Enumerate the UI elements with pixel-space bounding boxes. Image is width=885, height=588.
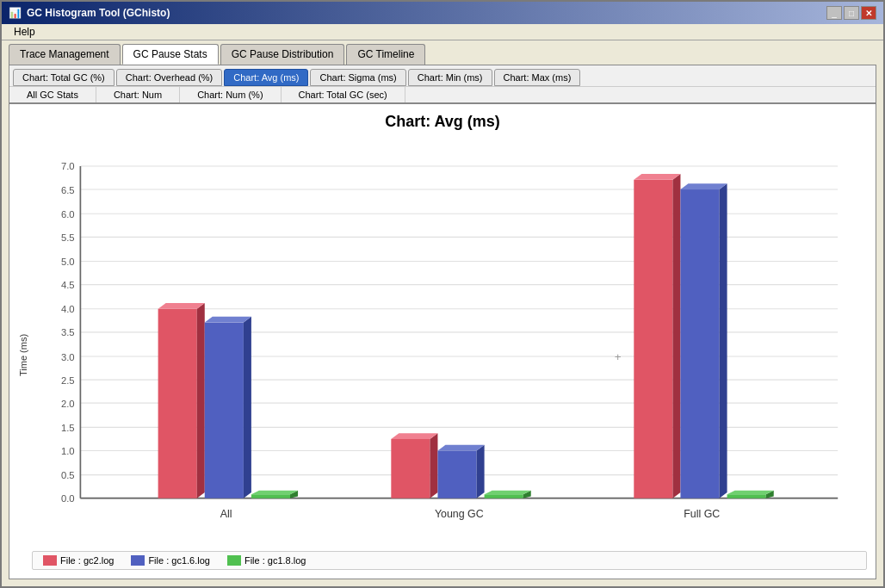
bar-all-gc18-top [251, 491, 298, 495]
main-window: 📊 GC Histogram Tool (GChisto) _ □ ✕ Help… [0, 0, 885, 588]
subtab-max-ms[interactable]: Chart: Max (ms) [494, 69, 581, 86]
main-tabs: Trace Management GC Pause Stats GC Pause… [2, 40, 883, 65]
bar-young-gc2-side [430, 433, 437, 498]
help-menu[interactable]: Help [9, 24, 40, 40]
window-icon: 📊 [9, 7, 22, 19]
bar-full-gc18 [727, 494, 766, 498]
subtab2-chart-total-gc-sec[interactable]: Chart: Total GC (sec) [282, 87, 405, 102]
bar-all-gc2-top [158, 303, 205, 309]
content-area: Chart: Total GC (%) Chart: Overhead (%) … [9, 65, 876, 579]
legend-label-gc18: File : gc1.8.log [244, 555, 306, 566]
bar-all-gc18 [251, 494, 290, 498]
bar-young-gc18-top [485, 491, 531, 495]
chart-container: Chart: Avg (ms) Time (ms) [9, 104, 876, 579]
svg-text:7.0: 7.0 [61, 161, 75, 171]
x-label-all: All [220, 508, 232, 520]
bar-young-gc16-top [437, 445, 484, 451]
subtab-total-gc-pct[interactable]: Chart: Total GC (%) [13, 69, 114, 86]
x-label-young-gc: Young GC [435, 508, 484, 520]
svg-text:6.5: 6.5 [61, 185, 75, 195]
subtab-overhead-pct[interactable]: Chart: Overhead (%) [116, 69, 222, 86]
legend-color-gc2 [43, 555, 57, 566]
svg-text:4.0: 4.0 [61, 304, 75, 314]
bar-all-gc16 [205, 323, 244, 498]
svg-text:3.5: 3.5 [61, 327, 75, 337]
menu-bar: Help [2, 24, 883, 40]
tab-trace-management[interactable]: Trace Management [9, 44, 121, 65]
bar-young-gc18 [485, 494, 523, 498]
title-bar: 📊 GC Histogram Tool (GChisto) _ □ ✕ [2, 2, 883, 24]
legend-label-gc2: File : gc2.log [60, 555, 114, 566]
bar-young-gc16-side [477, 445, 485, 498]
bar-all-gc16-side [244, 317, 251, 498]
tab-gc-pause-distribution[interactable]: GC Pause Distribution [220, 44, 345, 65]
chart-title: Chart: Avg (ms) [385, 113, 500, 131]
bar-young-gc2-top [391, 433, 437, 439]
sub-tabs-row2: All GC Stats Chart: Num Chart: Num (%) C… [9, 87, 876, 104]
cursor-pos: + [615, 350, 622, 363]
svg-text:1.0: 1.0 [61, 446, 75, 456]
svg-text:0.0: 0.0 [61, 493, 75, 504]
svg-text:0.5: 0.5 [61, 470, 75, 480]
legend-color-gc16 [131, 555, 145, 566]
bar-young-gc16 [437, 450, 476, 498]
svg-text:1.5: 1.5 [61, 423, 75, 433]
title-bar-left: 📊 GC Histogram Tool (GChisto) [9, 7, 170, 19]
bar-full-gc2-side [672, 174, 680, 498]
subtab-avg-ms[interactable]: Chart: Avg (ms) [224, 69, 308, 86]
maximize-button[interactable]: □ [844, 6, 859, 20]
svg-text:5.0: 5.0 [61, 257, 75, 267]
bar-full-gc18-top [727, 491, 774, 495]
subtab2-all-gc-stats[interactable]: All GC Stats [9, 87, 96, 102]
window-title: GC Histogram Tool (GChisto) [27, 7, 170, 19]
legend-label-gc16: File : gc1.6.log [148, 555, 210, 566]
y-axis-label: Time (ms) [18, 139, 28, 570]
subtab2-chart-num-pct[interactable]: Chart: Num (%) [180, 87, 281, 102]
svg-text:6.0: 6.0 [61, 209, 75, 220]
subtab-min-ms[interactable]: Chart: Min (ms) [408, 69, 492, 86]
svg-text:5.5: 5.5 [61, 232, 75, 243]
close-button[interactable]: ✕ [861, 6, 876, 20]
bar-full-gc16-top [680, 183, 727, 189]
bar-all-gc2 [158, 309, 197, 498]
bar-all-gc16-top [205, 317, 251, 323]
chart-svg: 7.0 6.5 6.0 5.5 5.0 [32, 139, 867, 542]
svg-text:4.5: 4.5 [61, 280, 75, 290]
bar-full-gc2-top [634, 174, 680, 180]
svg-text:2.5: 2.5 [61, 375, 75, 386]
bar-full-gc2 [634, 180, 672, 498]
subtab-sigma-ms[interactable]: Chart: Sigma (ms) [310, 69, 405, 86]
bar-full-gc16-side [720, 183, 727, 498]
sub-tabs-row1: Chart: Total GC (%) Chart: Overhead (%) … [9, 65, 876, 87]
legend-color-gc18 [227, 555, 241, 566]
minimize-button[interactable]: _ [826, 6, 842, 20]
svg-text:3.0: 3.0 [61, 352, 75, 362]
legend-item-gc2: File : gc2.log [43, 555, 114, 566]
tab-gc-timeline[interactable]: GC Timeline [346, 44, 425, 65]
tab-gc-pause-stats[interactable]: GC Pause Stats [122, 44, 219, 65]
subtab2-chart-num[interactable]: Chart: Num [96, 87, 180, 102]
legend-item-gc16: File : gc1.6.log [131, 555, 210, 566]
bar-young-gc2 [391, 439, 430, 498]
bar-full-gc16 [680, 189, 719, 498]
x-label-full-gc: Full GC [684, 508, 720, 520]
bar-all-gc2-side [197, 303, 205, 498]
legend-item-gc18: File : gc1.8.log [227, 555, 306, 566]
svg-text:2.0: 2.0 [61, 399, 75, 409]
legend: File : gc2.log File : gc1.6.log File : g… [32, 551, 867, 570]
title-bar-controls: _ □ ✕ [826, 6, 876, 20]
